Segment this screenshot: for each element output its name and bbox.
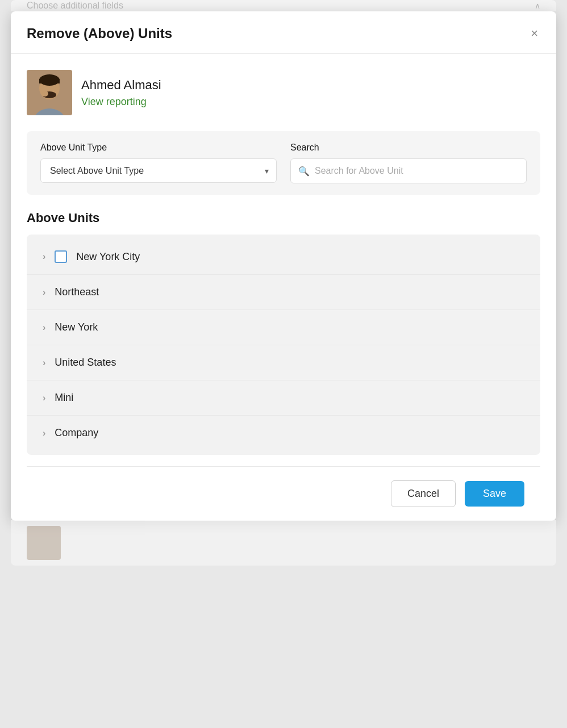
save-button[interactable]: Save [465, 481, 524, 507]
list-item[interactable]: › United States [27, 345, 540, 380]
unit-name: Company [55, 427, 98, 439]
search-icon: 🔍 [298, 166, 310, 177]
above-unit-type-label: Above Unit Type [40, 143, 277, 153]
search-input[interactable] [290, 158, 527, 183]
above-unit-type-select-wrapper: Select Above Unit Type ▾ [40, 158, 277, 183]
avatar [27, 70, 72, 115]
expand-icon: › [43, 393, 45, 403]
avatar-image [27, 70, 72, 115]
list-item[interactable]: › New York [27, 310, 540, 345]
user-info: Ahmed Almasi View reporting [81, 78, 161, 108]
cancel-button[interactable]: Cancel [391, 480, 456, 507]
expand-icon: › [43, 428, 45, 438]
unit-name: New York City [76, 251, 140, 263]
list-item[interactable]: › Mini [27, 380, 540, 416]
close-button[interactable]: × [528, 25, 540, 42]
modal-overlay: Choose additional fields ∧ Remove (Above… [0, 0, 567, 728]
list-item[interactable]: › Company [27, 416, 540, 450]
user-name: Ahmed Almasi [81, 78, 161, 93]
unit-checkbox-new-york-city[interactable] [55, 250, 67, 263]
above-unit-type-group: Above Unit Type Select Above Unit Type ▾ [40, 143, 277, 183]
above-unit-type-select[interactable]: Select Above Unit Type [40, 158, 277, 183]
modal-footer: Cancel Save [27, 466, 540, 521]
background-text: Choose additional fields [27, 1, 123, 11]
user-section: Ahmed Almasi View reporting [27, 70, 540, 115]
svg-rect-4 [39, 79, 60, 83]
background-avatar [27, 526, 61, 560]
unit-name: Northeast [55, 286, 99, 298]
filter-section: Above Unit Type Select Above Unit Type ▾… [27, 131, 540, 195]
modal-body: Ahmed Almasi View reporting Above Unit T… [11, 54, 556, 521]
modal-dialog: Remove (Above) Units × [11, 11, 556, 521]
view-reporting-link[interactable]: View reporting [81, 96, 161, 108]
above-units-label: Above Units [27, 211, 540, 225]
expand-icon: › [43, 358, 45, 368]
modal-header: Remove (Above) Units × [11, 11, 556, 54]
search-wrapper: 🔍 [290, 158, 527, 183]
search-group: Search 🔍 [290, 143, 527, 183]
modal-title: Remove (Above) Units [27, 26, 172, 41]
background-chevron: ∧ [535, 1, 540, 10]
unit-name: Mini [55, 392, 73, 404]
expand-icon: › [43, 323, 45, 333]
above-units-section: Above Units › New York City › [27, 211, 540, 455]
list-item[interactable]: › New York City [27, 239, 540, 275]
svg-point-6 [41, 91, 48, 97]
unit-name: United States [55, 357, 116, 369]
list-item[interactable]: › Northeast [27, 275, 540, 310]
expand-icon: › [43, 252, 45, 262]
units-list: › New York City › Northeast › New Y [27, 235, 540, 455]
unit-name: New York [55, 321, 98, 333]
search-label: Search [290, 143, 527, 153]
expand-icon: › [43, 287, 45, 298]
